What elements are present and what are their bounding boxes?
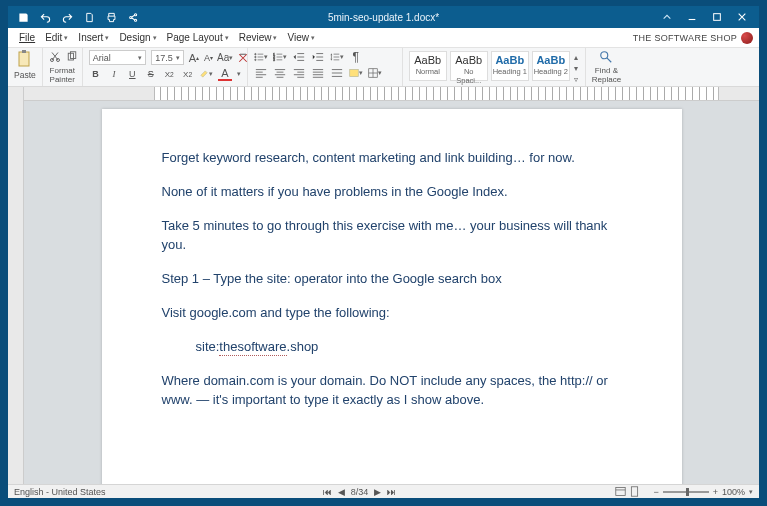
change-case-icon[interactable]: Aa▾ bbox=[218, 51, 232, 65]
outdent-icon[interactable] bbox=[292, 50, 306, 64]
menu-insert[interactable]: Insert▾ bbox=[73, 32, 114, 43]
svg-point-12 bbox=[254, 59, 255, 60]
shading-icon[interactable]: ▾ bbox=[349, 66, 363, 80]
paragraph: Step 1 – Type the site: operator into th… bbox=[162, 270, 622, 288]
menu-review[interactable]: Review▾ bbox=[234, 32, 283, 43]
align-right-icon[interactable] bbox=[292, 66, 306, 80]
align-left-icon[interactable] bbox=[254, 66, 268, 80]
svg-point-1 bbox=[134, 13, 136, 15]
menu-page-layout[interactable]: Page Layout▾ bbox=[162, 32, 234, 43]
svg-point-18 bbox=[601, 52, 608, 59]
language-status[interactable]: English - United States bbox=[14, 487, 106, 497]
paragraph: Forget keyword research, content marketi… bbox=[162, 149, 622, 167]
document-page[interactable]: Forget keyword research, content marketi… bbox=[102, 109, 682, 484]
line-spacing-icon[interactable]: ▾ bbox=[330, 50, 344, 64]
copy-icon[interactable] bbox=[66, 50, 78, 64]
paragraph-group: ▾ 123▾ ▾ ¶ ▾ ▾ bbox=[248, 48, 403, 86]
prev-page-icon[interactable]: ◀ bbox=[338, 487, 345, 497]
font-color-icon[interactable]: A bbox=[218, 67, 231, 81]
numbering-icon[interactable]: 123▾ bbox=[273, 50, 287, 64]
first-page-icon[interactable]: ⏮ bbox=[323, 487, 332, 497]
cut-icon[interactable] bbox=[49, 50, 61, 64]
menu-file[interactable]: File bbox=[14, 32, 40, 43]
svg-rect-3 bbox=[714, 14, 721, 21]
shrink-font-icon[interactable]: A▾ bbox=[204, 51, 213, 65]
menu-edit[interactable]: Edit▾ bbox=[40, 32, 73, 43]
borders-icon[interactable]: ▾ bbox=[368, 66, 382, 80]
distributed-icon[interactable] bbox=[330, 66, 344, 80]
menu-bar: File Edit▾ Insert▾ Design▾ Page Layout▾ … bbox=[8, 28, 759, 48]
zoom-level[interactable]: 100% bbox=[722, 487, 745, 497]
paragraph: Where domain.com is your domain. Do NOT … bbox=[162, 372, 622, 408]
save-icon[interactable] bbox=[16, 10, 30, 24]
window-controls bbox=[660, 10, 759, 24]
paste-icon[interactable] bbox=[17, 50, 33, 68]
print-icon[interactable] bbox=[104, 10, 118, 24]
style-heading-1[interactable]: AaBbHeading 1 bbox=[491, 51, 529, 81]
redo-icon[interactable] bbox=[60, 10, 74, 24]
quick-access-toolbar bbox=[8, 10, 140, 24]
status-bar: English - United States ⏮ ◀ 8/34 ▶ ⏭ − +… bbox=[8, 484, 759, 498]
underline-button[interactable]: U bbox=[126, 67, 139, 81]
zoom-in-icon[interactable]: + bbox=[713, 487, 718, 497]
style-normal[interactable]: AaBbNormal bbox=[409, 51, 447, 81]
font-group: Arial▾ 17.5▾ A▴ A▾ Aa▾ B I U S X2 X2 ▾ A… bbox=[83, 48, 248, 86]
grow-font-icon[interactable]: A▴ bbox=[189, 51, 199, 65]
svg-point-11 bbox=[254, 56, 255, 57]
menu-design[interactable]: Design▾ bbox=[114, 32, 161, 43]
close-icon[interactable] bbox=[735, 10, 749, 24]
svg-rect-20 bbox=[631, 487, 637, 496]
svg-rect-4 bbox=[19, 52, 29, 66]
indent-icon[interactable] bbox=[311, 50, 325, 64]
strikethrough-button[interactable]: S bbox=[144, 67, 157, 81]
subscript-button[interactable]: X2 bbox=[181, 67, 194, 81]
font-name-combo[interactable]: Arial▾ bbox=[89, 50, 146, 65]
ribbon: Paste Format Painter Arial▾ 17.5▾ A▴ A▾ … bbox=[8, 48, 759, 87]
zoom-out-icon[interactable]: − bbox=[653, 487, 658, 497]
svg-point-2 bbox=[134, 19, 136, 21]
styles-group: AaBbNormal AaBbNo Spaci... AaBbHeading 1… bbox=[403, 48, 586, 86]
zoom-slider[interactable] bbox=[663, 491, 709, 493]
page-scroll[interactable]: Forget keyword research, content marketi… bbox=[24, 101, 759, 484]
new-doc-icon[interactable] bbox=[82, 10, 96, 24]
align-center-icon[interactable] bbox=[273, 66, 287, 80]
svg-text:3: 3 bbox=[273, 58, 275, 62]
highlight-icon[interactable]: ▾ bbox=[199, 67, 213, 81]
view-web-icon[interactable] bbox=[613, 485, 627, 499]
style-heading-2[interactable]: AaBbHeading 2 bbox=[532, 51, 570, 81]
find-replace-icon[interactable] bbox=[599, 50, 613, 64]
minimize-icon[interactable] bbox=[685, 10, 699, 24]
format-painter-label[interactable]: Format Painter bbox=[49, 66, 76, 84]
menu-view[interactable]: View▾ bbox=[282, 32, 320, 43]
share-icon[interactable] bbox=[126, 10, 140, 24]
last-page-icon[interactable]: ⏭ bbox=[387, 487, 396, 497]
bullets-icon[interactable]: ▾ bbox=[254, 50, 268, 64]
italic-button[interactable]: I bbox=[107, 67, 120, 81]
font-size-combo[interactable]: 17.5▾ bbox=[151, 50, 184, 65]
align-justify-icon[interactable] bbox=[311, 66, 325, 80]
vertical-ruler bbox=[8, 87, 24, 484]
workspace: Forget keyword research, content marketi… bbox=[8, 87, 759, 484]
superscript-button[interactable]: X2 bbox=[162, 67, 175, 81]
clipboard-group: Paste bbox=[8, 48, 43, 86]
collapse-ribbon-icon[interactable] bbox=[660, 10, 674, 24]
styles-expand[interactable]: ▴▾▿ bbox=[573, 51, 579, 86]
paragraph: site:thesoftware.shop bbox=[162, 338, 622, 356]
svg-rect-5 bbox=[22, 50, 26, 53]
undo-icon[interactable] bbox=[38, 10, 52, 24]
bold-button[interactable]: B bbox=[89, 67, 102, 81]
view-print-icon[interactable] bbox=[627, 485, 641, 499]
zoom-menu-icon[interactable]: ▾ bbox=[749, 488, 753, 496]
show-marks-icon[interactable]: ¶ bbox=[349, 50, 363, 64]
find-replace-label: Find & Replace bbox=[592, 66, 621, 84]
style-no-spacing[interactable]: AaBbNo Spaci... bbox=[450, 51, 488, 81]
page-nav: ⏮ ◀ 8/34 ▶ ⏭ bbox=[323, 487, 397, 497]
title-bar: 5min-seo-update 1.docx* bbox=[8, 6, 759, 28]
page-indicator: 8/34 bbox=[351, 487, 369, 497]
svg-rect-16 bbox=[349, 69, 358, 76]
svg-point-0 bbox=[129, 16, 131, 18]
next-page-icon[interactable]: ▶ bbox=[374, 487, 381, 497]
brand-logo-icon bbox=[741, 32, 753, 44]
maximize-icon[interactable] bbox=[710, 10, 724, 24]
zoom-controls: − + 100% ▾ bbox=[653, 487, 753, 497]
